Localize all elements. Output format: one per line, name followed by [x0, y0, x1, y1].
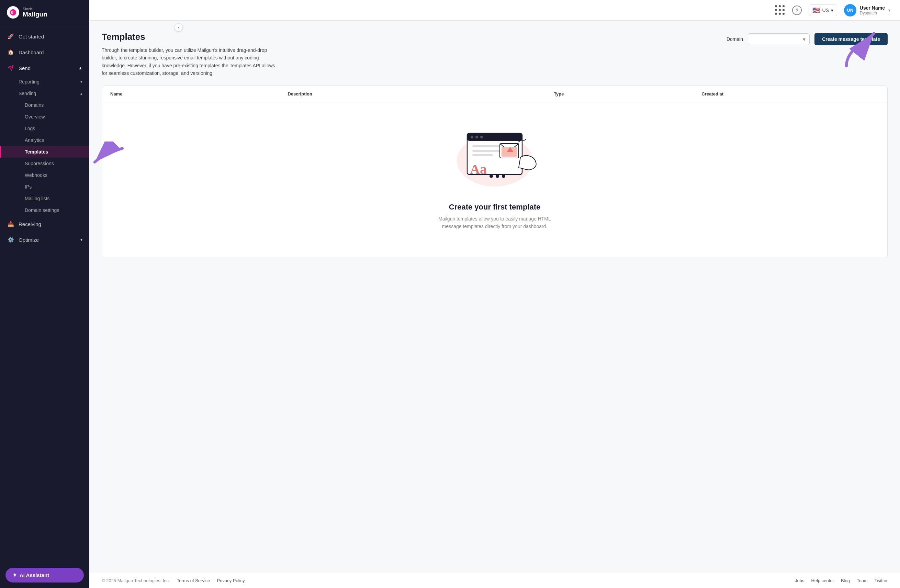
sidebar-item-reporting[interactable]: Reporting ▾ [0, 76, 89, 88]
sidebar-item-domain-settings[interactable]: Domain settings [0, 204, 89, 216]
sidebar-item-dashboard[interactable]: 🏠 Dashboard [0, 44, 89, 60]
svg-point-16 [489, 174, 493, 178]
sidebar-item-suppressions[interactable]: Suppressions [0, 158, 89, 169]
footer-copyright-section: © 2025 Mailgun Technologies, Inc. Terms … [102, 578, 245, 583]
rocket-icon: 🚀 [7, 33, 14, 40]
templates-table: Name Description Type Created at [102, 85, 888, 258]
sidebar-toggle-button[interactable]: ‹ [174, 23, 183, 32]
main-area: ‹ ? 🇺🇸 US ▾ UN User Name Dyspatch ▾ [89, 0, 900, 588]
svg-text:Aa: Aa [470, 161, 487, 177]
sidebar-item-webhooks[interactable]: Webhooks [0, 169, 89, 181]
empty-title: Create your first template [449, 203, 541, 212]
region-selector[interactable]: 🇺🇸 US ▾ [808, 5, 837, 16]
footer-right-links: Jobs Help center Blog Team Twitter [795, 578, 888, 583]
avatar: UN [844, 4, 857, 17]
reporting-chevron-icon: ▾ [81, 80, 82, 84]
flag-icon: 🇺🇸 [812, 6, 820, 14]
svg-point-8 [475, 136, 478, 138]
send-icon [7, 64, 14, 72]
svg-rect-10 [472, 145, 500, 147]
footer-link-help-center[interactable]: Help center [811, 578, 834, 583]
sidebar-item-overview[interactable]: Overview [0, 111, 89, 123]
header-actions: Domain Create message template [726, 33, 888, 45]
domain-select-wrapper [748, 33, 810, 45]
empty-description: Mailgun templates allow you to easily ma… [436, 215, 553, 230]
svg-point-17 [496, 174, 499, 178]
sidebar-item-get-started[interactable]: 🚀 Get started [0, 28, 89, 44]
create-template-button[interactable]: Create message template [815, 33, 888, 45]
sidebar-item-optimize[interactable]: ⚙️ Optimize ▾ [0, 232, 89, 248]
logo-icon: S [7, 6, 19, 19]
footer-link-twitter[interactable]: Twitter [875, 578, 888, 583]
user-role: Dyspatch [860, 11, 885, 16]
inbox-icon: 📥 [7, 220, 14, 228]
page-description: Through the template builder, you can ut… [102, 47, 280, 77]
user-menu[interactable]: UN User Name Dyspatch ▾ [844, 4, 891, 17]
sidebar-item-receiving[interactable]: 📥 Receiving [0, 216, 89, 232]
svg-rect-12 [472, 154, 493, 156]
sidebar-navigation: 🚀 Get started 🏠 Dashboard Send ▲ Reporti… [0, 25, 89, 562]
send-chevron-icon: ▲ [78, 65, 82, 70]
col-created-at: Created at [702, 92, 879, 96]
sidebar-item-domains[interactable]: Domains [0, 99, 89, 111]
footer-link-privacy[interactable]: Privacy Policy [217, 578, 245, 583]
home-icon: 🏠 [7, 48, 14, 56]
sidebar-item-logs[interactable]: Logs [0, 123, 89, 134]
sidebar-item-sending[interactable]: Sending ▴ [0, 88, 89, 99]
page-header: Templates Through the template builder, … [102, 32, 888, 77]
footer-copyright: © 2025 Mailgun Technologies, Inc. [102, 578, 170, 583]
optimize-chevron-icon: ▾ [81, 237, 82, 242]
table-header: Name Description Type Created at [102, 86, 887, 102]
sparkle-icon: ✦ [12, 572, 17, 579]
logo-text: Sinch Mailgun [23, 7, 47, 18]
sidebar-item-ips[interactable]: IPs [0, 181, 89, 193]
sending-chevron-icon: ▴ [81, 92, 82, 96]
domain-select[interactable] [748, 33, 810, 45]
svg-point-7 [471, 136, 473, 138]
table-empty-state: Aa Create your first template Mailgun te… [102, 102, 887, 258]
user-chevron-icon: ▾ [888, 8, 891, 13]
footer-link-team[interactable]: Team [857, 578, 868, 583]
footer-link-blog[interactable]: Blog [841, 578, 850, 583]
sidebar-item-analytics[interactable]: Analytics [0, 134, 89, 146]
optimize-icon: ⚙️ [7, 236, 14, 244]
domain-label: Domain [726, 36, 743, 42]
logo: S Sinch Mailgun [0, 0, 89, 25]
apps-grid-button[interactable] [775, 5, 785, 16]
empty-illustration: Aa [447, 123, 543, 193]
sidebar: S Sinch Mailgun 🚀 Get started 🏠 Dashboar… [0, 0, 89, 588]
svg-point-9 [480, 136, 483, 138]
col-name: Name [110, 92, 287, 96]
page-title: Templates [102, 32, 280, 42]
svg-text:S: S [11, 11, 13, 15]
col-description: Description [287, 92, 554, 96]
footer: © 2025 Mailgun Technologies, Inc. Terms … [89, 573, 900, 588]
footer-link-terms[interactable]: Terms of Service [177, 578, 210, 583]
ai-assistant-button[interactable]: ✦ AI Assistant [6, 568, 84, 582]
svg-point-18 [502, 174, 505, 178]
sidebar-item-templates[interactable]: Templates [0, 146, 89, 158]
sidebar-item-mailing-lists[interactable]: Mailing lists [0, 193, 89, 204]
footer-link-jobs[interactable]: Jobs [795, 578, 804, 583]
sidebar-item-send[interactable]: Send ▲ [0, 60, 89, 76]
region-chevron-icon: ▾ [831, 8, 833, 13]
page-content: Templates Through the template builder, … [89, 20, 900, 573]
help-button[interactable]: ? [792, 6, 802, 15]
col-type: Type [554, 92, 701, 96]
topbar: ? 🇺🇸 US ▾ UN User Name Dyspatch ▾ [89, 0, 900, 20]
user-name: User Name [860, 5, 885, 11]
